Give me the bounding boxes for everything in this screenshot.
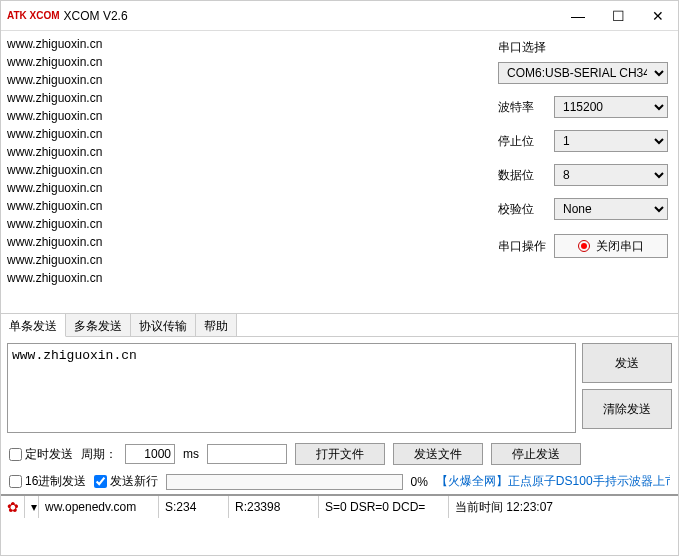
tab-3[interactable]: 帮助 [196, 314, 237, 336]
status-received: R:23398 [229, 496, 319, 518]
terminal-line: www.zhiguoxin.cn [7, 161, 482, 179]
terminal-line: www.zhiguoxin.cn [7, 143, 482, 161]
send-tabs: 单条发送多条发送协议传输帮助 [1, 313, 678, 337]
parity-label: 校验位 [498, 201, 554, 218]
terminal-line: www.zhiguoxin.cn [7, 35, 482, 53]
status-flags: S=0 DSR=0 DCD= [319, 496, 449, 518]
stopbit-label: 停止位 [498, 133, 554, 150]
titlebar: ATK XCOM XCOM V2.6 — ☐ ✕ [1, 1, 678, 31]
terminal-output[interactable]: www.zhiguoxin.cnwww.zhiguoxin.cnwww.zhig… [1, 31, 488, 313]
terminal-line: www.zhiguoxin.cn [7, 89, 482, 107]
serial-settings-panel: 串口选择 COM6:USB-SERIAL CH340 波特率115200 停止位… [488, 31, 678, 313]
clear-send-button[interactable]: 清除发送 [582, 389, 672, 429]
file-path-input[interactable] [207, 444, 287, 464]
close-button[interactable]: ✕ [638, 1, 678, 31]
tab-2[interactable]: 协议传输 [131, 314, 196, 336]
timed-send-checkbox[interactable]: 定时发送 [9, 446, 73, 463]
app-logo: ATK XCOM [7, 11, 60, 20]
databit-select[interactable]: 8 [554, 164, 668, 186]
port-label: 串口选择 [498, 39, 668, 56]
tab-0[interactable]: 单条发送 [1, 314, 66, 337]
marquee-text[interactable]: 【火爆全网】正点原子DS100手持示波器上市 [436, 473, 670, 490]
terminal-line: www.zhiguoxin.cn [7, 53, 482, 71]
status-sent: S:234 [159, 496, 229, 518]
parity-select[interactable]: None [554, 198, 668, 220]
tab-1[interactable]: 多条发送 [66, 314, 131, 336]
terminal-line: www.zhiguoxin.cn [7, 125, 482, 143]
stop-send-button[interactable]: 停止发送 [491, 443, 581, 465]
terminal-line: www.zhiguoxin.cn [7, 233, 482, 251]
toggle-port-button[interactable]: 关闭串口 [554, 234, 668, 258]
progress-bar [166, 474, 402, 490]
databit-label: 数据位 [498, 167, 554, 184]
maximize-button[interactable]: ☐ [598, 1, 638, 31]
period-label: 周期： [81, 446, 117, 463]
period-input[interactable] [125, 444, 175, 464]
terminal-line: www.zhiguoxin.cn [7, 71, 482, 89]
newline-checkbox[interactable]: 发送新行 [94, 473, 158, 490]
open-file-button[interactable]: 打开文件 [295, 443, 385, 465]
terminal-line: www.zhiguoxin.cn [7, 251, 482, 269]
toggle-port-label: 关闭串口 [596, 238, 644, 255]
minimize-button[interactable]: — [558, 1, 598, 31]
terminal-line: www.zhiguoxin.cn [7, 269, 482, 287]
dropdown-icon[interactable]: ▾ [25, 496, 39, 518]
stopbit-select[interactable]: 1 [554, 130, 668, 152]
terminal-line: www.zhiguoxin.cn [7, 107, 482, 125]
send-file-button[interactable]: 发送文件 [393, 443, 483, 465]
terminal-line: www.zhiguoxin.cn [7, 197, 482, 215]
status-url: ww.openedv.com [39, 496, 159, 518]
window-title: XCOM V2.6 [64, 9, 558, 23]
port-select[interactable]: COM6:USB-SERIAL CH340 [498, 62, 668, 84]
progress-text: 0% [411, 475, 428, 489]
hex-send-checkbox[interactable]: 16进制发送 [9, 473, 86, 490]
period-unit: ms [183, 447, 199, 461]
port-status-icon [578, 240, 590, 252]
operation-label: 串口操作 [498, 238, 554, 255]
baud-label: 波特率 [498, 99, 554, 116]
terminal-line: www.zhiguoxin.cn [7, 179, 482, 197]
status-time: 当前时间 12:23:07 [449, 496, 678, 518]
baud-select[interactable]: 115200 [554, 96, 668, 118]
status-bar: ✿ ▾ ww.openedv.com S:234 R:23398 S=0 DSR… [1, 494, 678, 518]
send-button[interactable]: 发送 [582, 343, 672, 383]
send-input[interactable]: www.zhiguoxin.cn [7, 343, 576, 433]
terminal-line: www.zhiguoxin.cn [7, 215, 482, 233]
gear-icon[interactable]: ✿ [7, 499, 19, 515]
